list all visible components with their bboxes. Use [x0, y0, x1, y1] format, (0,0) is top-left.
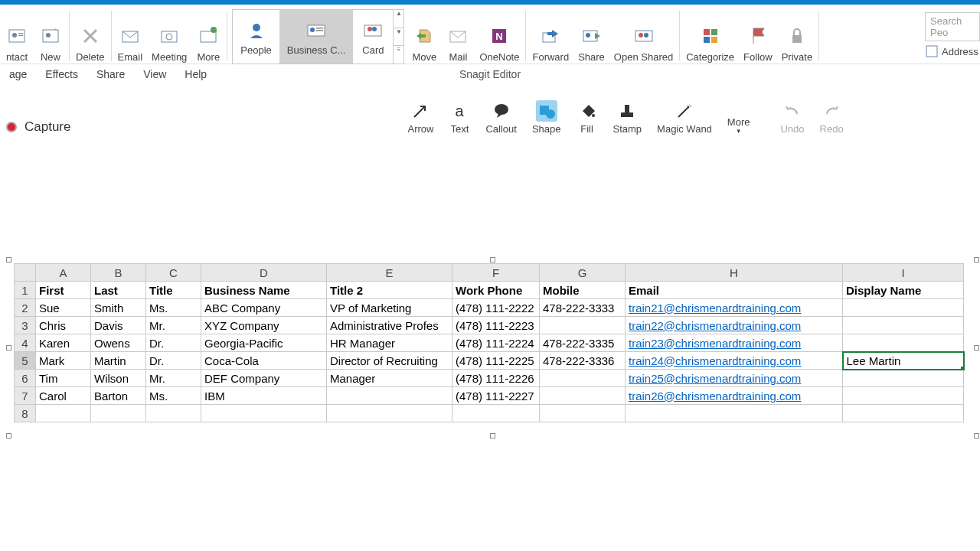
col-header[interactable]: E — [327, 264, 452, 282]
people-icon — [244, 18, 269, 43]
view-scroll[interactable]: ▲▼≡ — [393, 10, 403, 64]
mail-rule-icon — [446, 24, 470, 48]
svg-text:a: a — [456, 103, 465, 119]
email-icon — [118, 24, 142, 48]
view-business-card[interactable]: Business C... — [279, 10, 354, 64]
col-header[interactable]: G — [540, 264, 626, 282]
col-header[interactable]: F — [452, 264, 540, 282]
open-shared-icon — [632, 24, 656, 48]
callout-icon — [491, 100, 512, 122]
svg-point-5 — [46, 33, 51, 37]
snagit-toolbar: Capture Arrow aText Callout Shape Fill S… — [0, 84, 980, 138]
open-shared-button[interactable]: Open Shared — [609, 8, 678, 63]
svg-rect-3 — [18, 35, 23, 36]
delete-button[interactable]: Delete — [71, 8, 109, 63]
redo-button[interactable]: Redo — [820, 100, 844, 135]
meeting-button[interactable]: Meeting — [147, 8, 191, 63]
tool-magic-wand[interactable]: Magic Wand — [657, 100, 712, 135]
text-icon: a — [449, 100, 470, 122]
shape-icon — [536, 100, 557, 122]
svg-point-17 — [368, 27, 372, 31]
canvas-selection: A B C D E F G H I 1 FirstLast TitleBusin… — [6, 257, 965, 422]
svg-rect-15 — [316, 30, 323, 31]
svg-rect-4 — [43, 30, 58, 42]
tool-callout[interactable]: Callout — [485, 100, 516, 135]
menu-help[interactable]: Help — [175, 68, 216, 80]
address-book-button[interactable]: Address — [925, 44, 980, 58]
tool-fill[interactable]: Fill — [577, 100, 598, 135]
col-header[interactable]: I — [843, 264, 964, 282]
view-card[interactable]: Card — [353, 10, 393, 64]
tool-text[interactable]: aText — [449, 100, 470, 135]
svg-rect-2 — [18, 33, 23, 34]
more-button[interactable]: More — [191, 8, 225, 63]
followup-button[interactable]: Follow — [739, 8, 777, 63]
svg-point-37 — [546, 109, 555, 119]
arrow-icon — [410, 100, 431, 122]
col-header[interactable]: A — [36, 264, 91, 282]
table-row[interactable]: 3 ChrisDavisMr.XYZ Company Administrativ… — [15, 317, 964, 334]
svg-rect-32 — [792, 35, 802, 43]
share-icon — [580, 24, 604, 48]
svg-point-24 — [586, 33, 590, 37]
lock-icon — [785, 24, 809, 48]
svg-rect-40 — [621, 112, 633, 117]
menu-view[interactable]: View — [134, 68, 175, 80]
svg-point-27 — [644, 33, 648, 37]
col-header[interactable]: D — [201, 264, 327, 282]
svg-rect-9 — [201, 31, 216, 42]
onenote-button[interactable]: N OneNote — [475, 8, 524, 63]
tool-stamp[interactable]: Stamp — [613, 100, 642, 135]
svg-point-35 — [495, 104, 508, 115]
menu-effects[interactable]: Effects — [36, 68, 87, 80]
svg-rect-33 — [926, 46, 937, 57]
private-button[interactable]: Private — [777, 8, 817, 63]
tool-more[interactable]: More▼ — [727, 93, 750, 135]
email-button[interactable]: Email — [113, 8, 148, 63]
svg-rect-31 — [711, 37, 717, 43]
contact-icon — [5, 24, 29, 48]
more-tools-icon — [728, 93, 750, 115]
svg-point-10 — [211, 27, 217, 33]
table-row[interactable]: 6 TimWilsonMr.DEF Company Manager(478) 1… — [15, 370, 964, 387]
move-button[interactable]: Move — [407, 8, 441, 63]
share-button[interactable]: Share — [573, 8, 609, 63]
categorize-button[interactable]: Categorize — [681, 8, 739, 63]
svg-point-18 — [372, 27, 377, 31]
svg-rect-39 — [625, 105, 629, 112]
svg-rect-7 — [162, 31, 177, 42]
col-header[interactable]: C — [146, 264, 201, 282]
table-row[interactable]: 2 SueSmithMs.ABC Company VP of Marketing… — [15, 299, 964, 317]
address-book-icon — [925, 44, 939, 58]
tool-arrow[interactable]: Arrow — [407, 100, 433, 135]
categorize-icon — [698, 24, 723, 48]
svg-point-26 — [639, 33, 643, 37]
flag-icon — [746, 24, 770, 48]
col-header[interactable]: H — [626, 264, 843, 282]
spreadsheet[interactable]: A B C D E F G H I 1 FirstLast TitleBusin… — [14, 263, 965, 422]
mail-button[interactable]: Mail — [441, 8, 475, 63]
search-people-input[interactable]: Search Peo — [925, 12, 980, 41]
table-row[interactable]: 5 MarkMartinDr.Coca-Cola Director of Rec… — [15, 352, 964, 370]
view-people[interactable]: People — [233, 10, 279, 64]
table-row[interactable]: 7 CarolBartonMs.IBM (478) 111-2227 train… — [15, 387, 964, 405]
delete-icon — [78, 24, 103, 48]
tool-shape[interactable]: Shape — [532, 100, 561, 135]
col-header[interactable]: B — [91, 264, 146, 282]
svg-point-13 — [310, 28, 315, 32]
menu-share[interactable]: Share — [87, 68, 134, 80]
forward-button[interactable]: Forward — [528, 8, 573, 63]
magic-wand-icon — [674, 100, 695, 122]
capture-button[interactable]: Capture — [6, 119, 70, 135]
select-all-corner[interactable] — [15, 264, 36, 282]
table-row[interactable]: 4 KarenOwensDr.Georgia-Pacific HR Manage… — [15, 334, 964, 352]
svg-text:N: N — [496, 31, 503, 42]
undo-button[interactable]: Undo — [780, 100, 804, 135]
svg-point-11 — [253, 24, 260, 31]
new-button[interactable]: New — [34, 8, 67, 63]
menu-page[interactable]: age — [0, 68, 36, 80]
contact-button[interactable]: ntact — [0, 8, 34, 63]
card-icon — [361, 18, 385, 43]
snagit-menu: age Effects Share View Help Snagit Edito… — [0, 64, 980, 84]
view-selector: People Business C... Card ▲▼≡ — [232, 9, 404, 64]
